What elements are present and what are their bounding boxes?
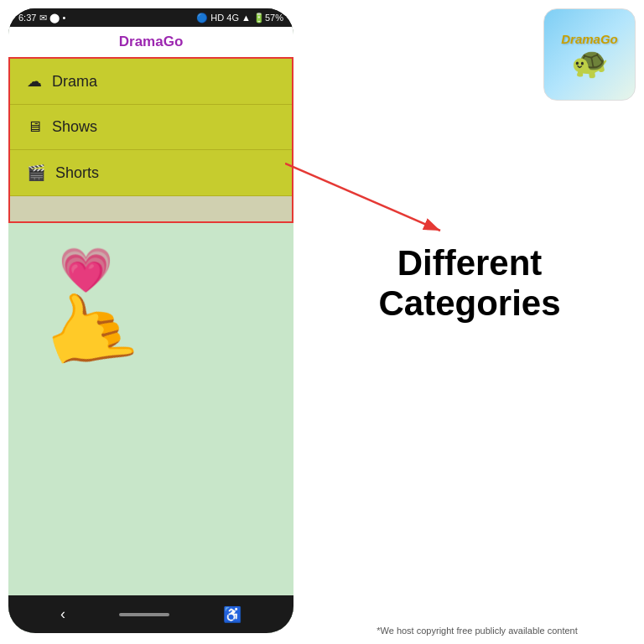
nav-bar: ‹ ♿ — [8, 595, 293, 633]
shorts-icon: 🎬 — [27, 164, 45, 182]
menu-item-shows[interactable]: 🖥 Shows — [10, 105, 292, 150]
shorts-label: Shorts — [55, 164, 99, 182]
status-right: 🔵 HD 4G ▲ 🔋57% — [196, 13, 283, 23]
menu-item-drama[interactable]: ☁ Drama — [10, 59, 292, 105]
logo-text: DramaGo — [561, 32, 618, 46]
hand-icon: 🤙 — [32, 278, 146, 382]
menu-item-shorts[interactable]: 🎬 Shorts — [10, 150, 292, 196]
shows-label: Shows — [52, 118, 97, 136]
status-bar: 6:37 ✉ ⬤ • 🔵 HD 4G ▲ 🔋57% — [8, 8, 293, 27]
status-icons: ✉ ⬤ • — [39, 13, 65, 23]
heart-hand-area: 💗 🤙 — [8, 223, 293, 595]
shows-icon: 🖥 — [27, 118, 42, 136]
categories-heading: Different Categories — [319, 243, 621, 325]
app-screen: DramaGo ☁ Drama 🖥 Shows 🎬 Shorts 💗 🤙 — [8, 27, 293, 633]
network-icons: 🔵 HD 4G ▲ 🔋57% — [196, 13, 283, 23]
accessibility-button[interactable]: ♿ — [223, 605, 242, 624]
svg-line-1 — [285, 164, 440, 231]
time: 6:37 — [18, 13, 36, 23]
drama-icon: ☁ — [27, 72, 42, 91]
logo-box: DramaGo 🐢 — [543, 8, 636, 101]
logo-turtle-icon: 🐢 — [571, 48, 609, 78]
footer-note: *We host copyright free publicly availab… — [319, 626, 636, 636]
drama-label: Drama — [52, 73, 97, 91]
menu-empty-space — [10, 196, 292, 221]
back-button[interactable]: ‹ — [60, 605, 65, 623]
phone-mockup: 6:37 ✉ ⬤ • 🔵 HD 4G ▲ 🔋57% DramaGo ☁ Dram… — [8, 8, 293, 633]
app-topbar: DramaGo — [8, 27, 293, 57]
home-indicator[interactable] — [119, 613, 169, 616]
status-left: 6:37 ✉ ⬤ • — [18, 13, 65, 23]
arrow-graphic — [285, 147, 453, 247]
app-title: DramaGo — [119, 34, 184, 49]
menu-container: ☁ Drama 🖥 Shows 🎬 Shorts — [8, 57, 293, 223]
